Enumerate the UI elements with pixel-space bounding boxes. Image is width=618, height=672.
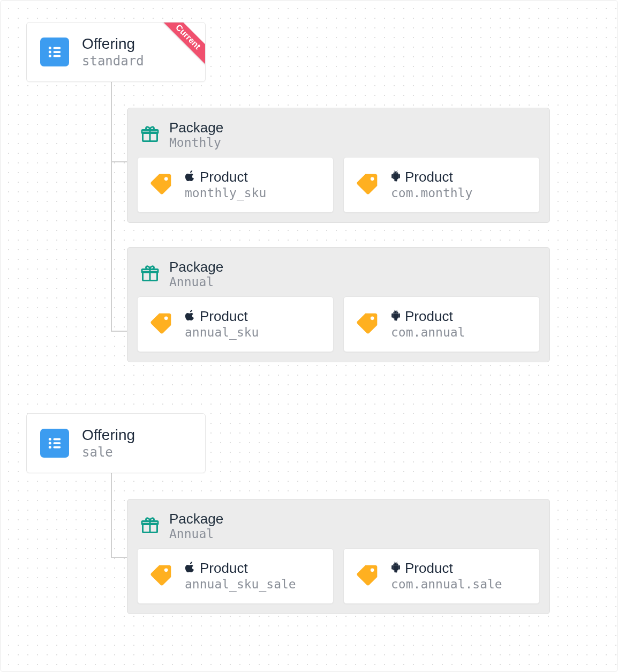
tag-icon (149, 172, 173, 198)
svg-point-17 (371, 317, 374, 320)
offering-title: Offering (82, 35, 144, 53)
connector-line (111, 557, 127, 558)
svg-rect-3 (54, 47, 61, 49)
svg-point-29 (164, 569, 168, 572)
connector-line (111, 331, 127, 332)
list-icon (40, 38, 69, 66)
product-card-apple[interactable]: Product annual_sku_sale (137, 548, 334, 604)
package-title: Package (169, 511, 223, 527)
svg-point-0 (49, 47, 51, 49)
svg-point-10 (371, 177, 374, 181)
svg-point-11 (394, 173, 395, 173)
android-icon (391, 561, 401, 576)
offering-card-standard[interactable]: Offering standard Current (26, 22, 206, 82)
svg-point-9 (164, 177, 168, 181)
product-title: Product (200, 309, 248, 324)
apple-icon (185, 309, 195, 324)
svg-point-2 (49, 55, 51, 57)
list-icon (40, 429, 69, 458)
svg-point-20 (49, 438, 51, 440)
gift-icon (140, 124, 160, 146)
product-card-apple[interactable]: Product monthly_sku (137, 157, 334, 213)
svg-point-12 (396, 173, 397, 173)
package-title: Package (169, 120, 223, 136)
tag-icon (356, 311, 379, 337)
product-title: Product (405, 309, 453, 324)
gift-icon (140, 516, 160, 537)
product-sku: com.annual.sale (391, 577, 502, 592)
svg-point-32 (396, 564, 397, 564)
tag-icon (149, 563, 173, 589)
svg-rect-25 (54, 446, 61, 449)
product-title: Product (200, 169, 248, 185)
product-title: Product (200, 561, 248, 576)
tag-icon (356, 563, 379, 589)
offering-card-sale[interactable]: Offering sale (26, 413, 206, 473)
tag-icon (149, 311, 173, 337)
svg-point-21 (49, 442, 51, 445)
package-box-annual[interactable]: Package Annual Product annual_sku (127, 247, 550, 362)
offering-id: standard (82, 54, 144, 69)
current-ribbon: Current (156, 22, 206, 69)
android-icon (391, 309, 401, 324)
svg-point-19 (396, 312, 397, 312)
product-card-apple[interactable]: Product annual_sku (137, 296, 334, 352)
product-card-android[interactable]: Product com.monthly (343, 157, 540, 213)
connector-line (111, 81, 112, 332)
gift-icon (140, 264, 160, 285)
svg-rect-4 (54, 51, 61, 53)
package-title: Package (169, 259, 223, 275)
svg-rect-24 (54, 442, 61, 444)
offering-id: sale (82, 445, 135, 460)
svg-point-31 (394, 564, 395, 564)
svg-point-22 (49, 446, 51, 449)
svg-rect-23 (54, 438, 61, 440)
svg-point-1 (49, 51, 51, 54)
connector-line (111, 472, 112, 558)
product-sku: com.monthly (391, 186, 472, 201)
apple-icon (185, 169, 195, 185)
connector-line (111, 161, 127, 162)
package-box-monthly[interactable]: Package Monthly Product monthly_sku (127, 108, 550, 223)
product-card-android[interactable]: Product com.annual.sale (343, 548, 540, 604)
product-sku: annual_sku (185, 325, 259, 340)
android-icon (391, 169, 401, 185)
package-name: Monthly (169, 136, 223, 150)
product-sku: annual_sku_sale (185, 577, 296, 592)
svg-point-16 (164, 317, 168, 320)
svg-point-18 (394, 312, 395, 312)
offering-title: Offering (82, 427, 135, 444)
product-card-android[interactable]: Product com.annual (343, 296, 540, 352)
product-sku: com.annual (391, 325, 465, 340)
package-name: Annual (169, 527, 223, 541)
svg-rect-5 (54, 55, 61, 57)
svg-point-30 (371, 569, 374, 572)
product-sku: monthly_sku (185, 186, 266, 201)
apple-icon (185, 561, 195, 576)
diagram-canvas: Offering standard Current Package Monthl… (0, 0, 618, 672)
product-title: Product (405, 561, 453, 576)
package-box-annual-sale[interactable]: Package Annual Product annual_sku_sale (127, 499, 550, 614)
tag-icon (356, 172, 379, 198)
package-name: Annual (169, 275, 223, 289)
product-title: Product (405, 169, 453, 185)
